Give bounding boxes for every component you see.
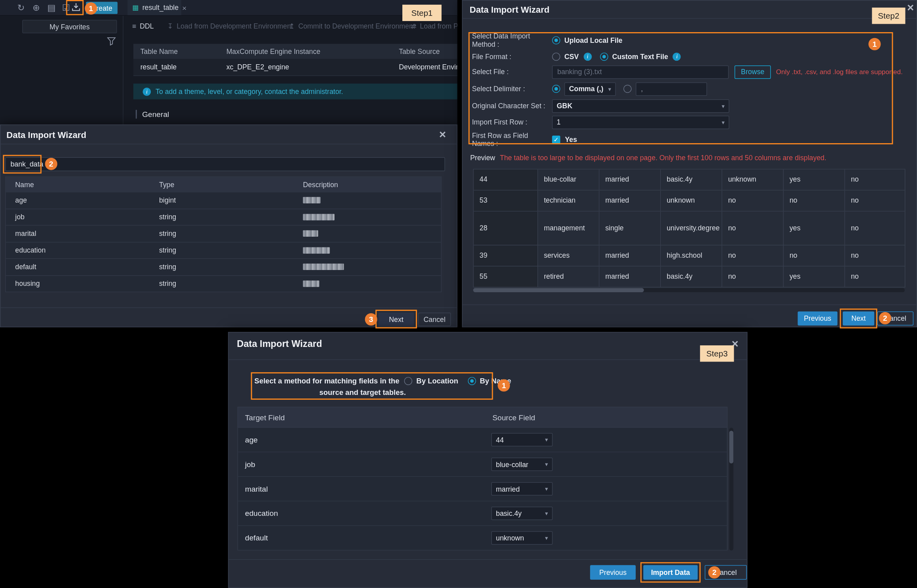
preview-cell: yes [784, 169, 845, 190]
target-field: job [238, 460, 485, 469]
footer-divider [229, 559, 747, 559]
schema-table-header: Name Type Description [6, 177, 441, 192]
refresh-icon[interactable]: ↻ [15, 2, 27, 13]
schema-row[interactable]: default string [6, 258, 441, 275]
preview-cell: university.degree [661, 212, 722, 245]
schema-row[interactable]: marital string [6, 225, 441, 241]
col-target-field: Target Field [238, 407, 485, 427]
cancel-button[interactable]: Cancel [418, 313, 451, 326]
chevron-down-icon: ▾ [608, 86, 611, 92]
radio-custom-text-file[interactable] [600, 53, 608, 61]
cell-engine-instance: xc_DPE_E2_engine [219, 59, 392, 75]
source-field-select[interactable]: 44 ▾ [491, 433, 553, 446]
chevron-down-icon: ▾ [545, 535, 548, 541]
delimiter-select[interactable]: Comma (,) ▾ [564, 82, 616, 96]
row-field-names: First Row as Field Names : Yes [472, 133, 577, 147]
preview-cell: 55 [474, 266, 538, 287]
redacted-description [303, 247, 330, 253]
info-icon[interactable]: i [673, 53, 681, 61]
preview-cell: technician [538, 190, 600, 211]
field-names-checkbox[interactable] [552, 136, 560, 144]
source-field-value: blue-collar [496, 460, 529, 469]
cell-field-name: job [6, 209, 150, 225]
import-icon[interactable] [70, 2, 82, 14]
import-data-button[interactable]: Import Data [643, 565, 698, 580]
my-favorites-button[interactable]: My Favorites [22, 20, 117, 33]
preview-table: 44 blue-collar married basic.4y unknown … [473, 169, 905, 287]
ide-background: ↻ ⊕ ▤ ☑ Create 1 ▦ result_table × Step1 … [0, 0, 458, 124]
row-select-file: Select File : Browse Only .txt, .csv, an… [472, 65, 902, 79]
info-icon[interactable]: i [583, 53, 592, 61]
step3-badge-1: 1 [498, 379, 510, 392]
file-input[interactable] [552, 65, 729, 79]
filter-icon[interactable] [107, 37, 116, 48]
source-field-select[interactable]: married ▾ [491, 482, 553, 496]
mapping-row: marital married ▾ [238, 477, 727, 502]
source-field-select[interactable]: unknown ▾ [491, 531, 553, 545]
preview-warning: The table is too large to be displayed o… [500, 154, 827, 162]
radio-by-name[interactable] [467, 377, 476, 385]
charset-label: Original Character Set : [472, 102, 552, 110]
tab-result-table[interactable]: ▦ result_table × [127, 0, 181, 15]
charset-select[interactable]: GBK ▾ [552, 99, 729, 113]
previous-button[interactable]: Previous [798, 312, 837, 326]
radio-csv[interactable] [552, 53, 560, 61]
delimiter-custom-input[interactable] [636, 82, 707, 96]
radio-delimiter-comma[interactable] [552, 85, 560, 93]
vscroll-thumb[interactable] [729, 431, 733, 464]
schema-row[interactable]: age bigint [6, 192, 441, 208]
close-tab-icon[interactable]: × [182, 3, 186, 12]
row-charset: Original Character Set : GBK ▾ [472, 99, 729, 113]
locate-icon[interactable]: ⊕ [31, 2, 42, 13]
schema-row[interactable]: job string [6, 208, 441, 225]
col-type: Type [150, 177, 294, 192]
document-icon[interactable]: ▤ [46, 2, 57, 13]
ddl-button[interactable]: ≡ DDL [132, 22, 154, 31]
next-button[interactable]: Next [843, 312, 875, 326]
target-field: default [238, 534, 485, 542]
title-divider [463, 18, 917, 19]
schema-row[interactable]: education string [6, 241, 441, 258]
table-grid-icon: ▦ [132, 4, 139, 12]
charset-value: GBK [557, 102, 572, 110]
source-field-select[interactable]: basic.4y ▾ [491, 507, 553, 520]
step3-badge-2: 2 [708, 566, 721, 578]
ide-table-header: Table Name MaxCompute Engine Instance Ta… [133, 44, 458, 59]
browse-button[interactable]: Browse [734, 65, 771, 79]
table-name-input[interactable] [5, 157, 445, 171]
redacted-description [303, 230, 318, 237]
col-name: Name [6, 177, 150, 192]
load-dev-label: Load from Development Environment [177, 22, 293, 31]
preview-cell: no [784, 245, 845, 266]
row-file-format: File Format : CSV i Custom Text File i [472, 50, 681, 63]
col-engine-instance: MaxCompute Engine Instance [219, 44, 392, 59]
vscroll-track[interactable] [729, 428, 733, 551]
radio-delimiter-custom[interactable] [623, 85, 632, 93]
yes-label: Yes [565, 136, 577, 144]
hscroll-track[interactable] [473, 288, 905, 292]
ide-toolbar: ↻ ⊕ ▤ ☑ Create 1 ▦ result_table × [0, 0, 458, 16]
mapping-table-header: Target Field Source Field [237, 407, 727, 428]
schema-table: Name Type Description age bigint job str… [5, 176, 441, 292]
schema-row[interactable]: housing string [6, 275, 441, 291]
first-row-select[interactable]: 1 ▾ [552, 115, 729, 129]
preview-cell: no [722, 190, 784, 211]
cell-field-type: string [150, 226, 294, 242]
table-row[interactable]: result_table xc_DPE_E2_engine Developmen… [133, 59, 458, 76]
hscroll-thumb[interactable] [473, 288, 644, 292]
radio-by-location[interactable] [404, 377, 412, 385]
target-field: marital [238, 485, 485, 493]
preview-cell: married [600, 245, 661, 266]
previous-button[interactable]: Previous [590, 565, 636, 580]
preview-cell: no [722, 266, 784, 287]
next-button[interactable]: Next [379, 313, 414, 326]
preview-cell: 28 [474, 212, 538, 245]
close-icon[interactable]: × [907, 2, 914, 13]
source-field-select[interactable]: blue-collar ▾ [491, 458, 553, 471]
chevron-down-icon: ▾ [545, 510, 548, 517]
custom-text-label: Custom Text File [612, 53, 668, 61]
commit-dev-label: Commit to Development Environment [298, 22, 415, 31]
info-banner: i To add a theme, level, or category, co… [133, 84, 458, 100]
radio-upload-local-file[interactable] [552, 36, 560, 44]
close-icon[interactable]: × [439, 128, 446, 140]
